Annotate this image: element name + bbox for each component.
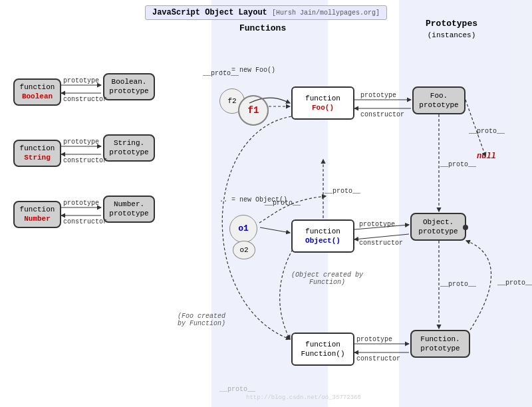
svg-text:prototype: prototype [359, 221, 395, 228]
svg-text:__proto__: __proto__ [264, 200, 301, 207]
foo-created-label: (Foo createdby Function) [172, 313, 231, 327]
o1-node: o1 [229, 215, 257, 243]
sub-title: [Hursh Jain/mollypages.org] [272, 9, 380, 17]
svg-text:__proto__: __proto__ [440, 281, 477, 288]
func-string-node: function String [13, 140, 61, 167]
svg-text:constructor: constructor [63, 96, 107, 103]
object-created-label: (Object created byFunction) [287, 271, 367, 286]
svg-line-20 [260, 227, 290, 233]
f1-node: f1 [238, 95, 269, 126]
svg-text:__proto__: __proto__ [219, 386, 256, 393]
string-proto-node: String. prototype [103, 134, 155, 162]
svg-text:http://blog.csdn.net/oo_357723: http://blog.csdn.net/oo_35772366 [246, 394, 361, 401]
diagram: JavaScript Object Layout [Hursh Jain/mol… [0, 0, 532, 407]
func-boolean-node: function Boolean [13, 78, 61, 106]
svg-text:prototype: prototype [360, 92, 396, 99]
svg-text:prototype: prototype [63, 138, 99, 146]
svg-text:__proto__: __proto__ [440, 161, 477, 168]
svg-text:__proto__: __proto__ [468, 128, 505, 135]
svg-text:prototype: prototype [356, 336, 392, 343]
svg-text:constructor: constructor [63, 218, 107, 225]
title-bar: JavaScript Object Layout [Hursh Jain/mol… [145, 5, 387, 20]
null-label: null [477, 152, 496, 161]
func-number-node: function Number [13, 201, 61, 228]
new-foo-label: .. = new Foo() [219, 67, 275, 74]
main-title: JavaScript Object Layout [152, 8, 267, 17]
svg-text:__proto__: __proto__ [497, 279, 532, 287]
prototypes-label: Prototypes(instances) [426, 19, 477, 41]
func-foo-node: function Foo() [291, 86, 354, 120]
svg-text:__proto__: __proto__ [202, 70, 239, 77]
o2-node: o2 [233, 241, 255, 259]
new-object-label: .. = new Object() [219, 196, 287, 204]
number-proto-node: Number. prototype [103, 196, 155, 223]
svg-text:prototype: prototype [63, 77, 99, 84]
function-proto-node: Function. prototype [410, 330, 470, 358]
object-proto-node: Object. prototype [410, 213, 466, 241]
svg-text:__proto__: __proto__ [324, 188, 361, 195]
svg-text:constructor: constructor [356, 355, 400, 362]
boolean-proto-node: Boolean. prototype [103, 73, 155, 100]
foo-proto-node: Foo. prototype [412, 86, 466, 114]
svg-text:prototype: prototype [63, 200, 99, 207]
svg-text:constructor: constructor [359, 239, 403, 247]
svg-text:constructor: constructor [360, 111, 404, 118]
func-object-node: function Object() [291, 219, 354, 253]
svg-line-24 [354, 234, 409, 239]
svg-text:constructor: constructor [63, 157, 107, 164]
func-function-node: function Function() [291, 333, 354, 366]
svg-line-22 [354, 225, 409, 229]
svg-line-18 [466, 100, 485, 156]
functions-label: Functions [239, 23, 286, 33]
